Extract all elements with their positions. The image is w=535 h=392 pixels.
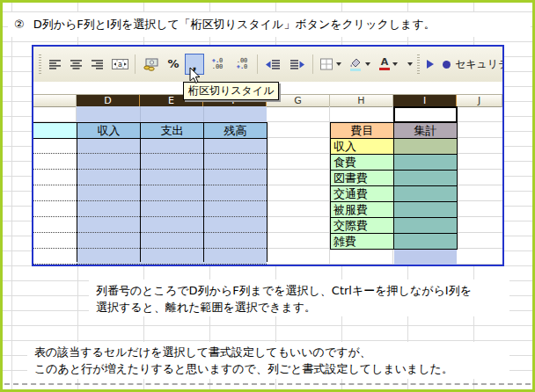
item-cell[interactable]: 図書費 [330, 170, 394, 186]
left-table-header-expense[interactable]: 支出 [140, 122, 204, 139]
font-color-icon: A [379, 58, 390, 70]
item-cell[interactable]: 雑費 [330, 233, 394, 250]
step-text: D列からF列とI列を選択して「桁区切りスタイル」ボタンをクリックします。 [33, 18, 436, 31]
selection-note-line1: 列番号のところでD列からF列までを選択し、Ctrlキーを押しながらI列を [96, 282, 472, 299]
left-table-header-income[interactable]: 収入 [77, 122, 141, 139]
table-border [77, 138, 77, 262]
step-instruction: ②D列からF列とI列を選択して「桁区切りスタイル」ボタンをクリックします。 [14, 16, 436, 33]
left-table-col-c[interactable] [33, 138, 77, 265]
fill-color-button[interactable] [346, 54, 373, 75]
item-cell[interactable]: 食費 [330, 154, 394, 171]
svg-text:a: a [118, 61, 122, 69]
selection-note-line2: 選択すると、離れた範囲を選択できます。 [96, 299, 472, 316]
gridline [140, 106, 141, 122]
left-table-body[interactable] [77, 138, 267, 265]
right-table-header-total[interactable]: 集計 [393, 122, 458, 139]
align-center-icon [70, 59, 82, 69]
increase-indent-button[interactable] [286, 54, 309, 75]
column-header-c[interactable] [33, 95, 77, 107]
cyan-cell[interactable] [33, 122, 77, 139]
align-left-icon [49, 59, 61, 69]
chevron-down-icon [407, 62, 413, 66]
increase-indent-icon [289, 59, 305, 70]
total-cell[interactable] [393, 170, 458, 186]
align-left-button[interactable] [45, 54, 64, 75]
toolbar-grip[interactable] [417, 54, 420, 74]
record-macro-button[interactable] [443, 61, 451, 69]
item-cell[interactable]: 交通費 [330, 185, 394, 202]
align-center-button[interactable] [66, 54, 85, 75]
run-macro-button[interactable] [427, 60, 434, 69]
formatting-toolbar: a % , +.0.00 [33, 47, 502, 82]
gridline [203, 106, 204, 122]
column-header-d[interactable]: D [77, 95, 140, 107]
column-header-j[interactable]: J [457, 95, 502, 107]
toolbar-separator [312, 54, 313, 74]
toolbar-separator [135, 54, 136, 74]
item-cell[interactable]: 収入 [330, 138, 394, 155]
decrease-indent-icon [265, 59, 281, 70]
align-right-icon [92, 59, 103, 69]
chevron-down-icon [392, 62, 398, 66]
toolbar-separator [257, 54, 258, 74]
currency-style-button[interactable] [139, 54, 162, 75]
toolbar-options-button[interactable] [404, 54, 416, 75]
total-cell[interactable] [393, 154, 458, 171]
selected-range-fill[interactable] [77, 106, 267, 122]
font-color-button[interactable]: A [375, 54, 402, 75]
format-note-line1: 表の該当するセルだけを選択して書式設定してもいいのですが、 [34, 344, 453, 360]
total-cell[interactable] [393, 233, 458, 250]
format-note: 表の該当するセルだけを選択して書式設定してもいいのですが、 このあと行が増えたり… [34, 344, 453, 377]
total-cell[interactable] [393, 185, 458, 202]
merge-center-button[interactable]: a [108, 54, 131, 75]
selected-column-i-fill[interactable] [394, 250, 457, 265]
fill-color-icon [348, 58, 363, 71]
align-right-button[interactable] [87, 54, 106, 75]
increase-decimal-icon: +.0.00 [212, 58, 224, 70]
chevron-down-icon [336, 62, 341, 66]
step-number: ② [14, 18, 25, 31]
merge-center-icon: a [112, 58, 128, 70]
decrease-decimal-icon: .00+.0 [237, 58, 248, 70]
percent-style-icon: % [167, 58, 179, 70]
table-border [140, 138, 141, 262]
tutorial-page: ②D列からF列とI列を選択して「桁区切りスタイル」ボタンをクリックします。 [0, 0, 535, 392]
column-header-h[interactable]: H [330, 95, 393, 107]
total-cell[interactable] [393, 201, 458, 218]
chevron-down-icon [365, 62, 370, 66]
item-cell[interactable]: 被服費 [330, 201, 394, 218]
increase-decimal-button[interactable]: +.0.00 [206, 54, 229, 75]
table-border [203, 138, 204, 262]
table-border [267, 138, 268, 262]
page-break-line [4, 383, 531, 385]
selection-note: 列番号のところでD列からF列までを選択し、Ctrlキーを押しながらI列を 選択す… [96, 282, 472, 316]
left-table-header-balance[interactable]: 残高 [203, 122, 268, 139]
total-cell[interactable] [393, 138, 458, 155]
percent-style-button[interactable]: % [164, 54, 183, 75]
mouse-cursor [189, 67, 201, 88]
borders-icon [320, 58, 333, 70]
item-cell[interactable]: 交際費 [330, 217, 394, 234]
toolbar-grip[interactable] [39, 54, 41, 74]
decrease-indent-button[interactable] [261, 54, 284, 75]
format-note-line2: このあと行が増えたりすると思いますので、列ごと書式設定してしまいました。 [34, 360, 453, 377]
decrease-decimal-button[interactable]: .00+.0 [231, 54, 253, 75]
total-cell[interactable] [393, 217, 458, 234]
currency-style-icon [143, 58, 158, 71]
borders-button[interactable] [317, 54, 344, 75]
active-cell[interactable] [393, 106, 458, 123]
excel-screenshot: a % , +.0.00 [32, 45, 504, 266]
security-label: セキュリティ... [455, 57, 502, 72]
column-header-i[interactable]: I [393, 95, 457, 107]
right-table-header-category[interactable]: 費目 [330, 122, 394, 139]
